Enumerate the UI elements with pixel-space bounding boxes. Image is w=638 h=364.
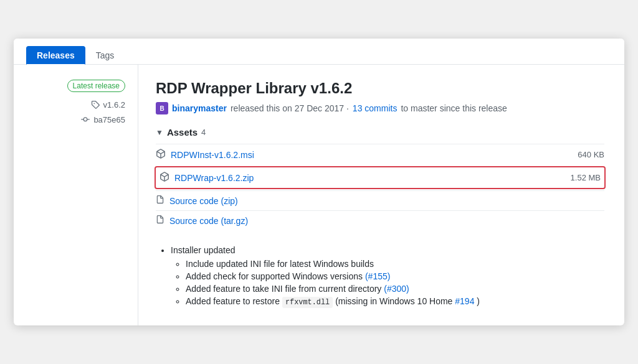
sub-note-194: Added feature to restore rfxvmt.dll (mis… (186, 296, 604, 307)
sidebar-tag: v1.6.2 (90, 100, 125, 110)
source-link-zip[interactable]: Source code (zip) (169, 196, 238, 206)
sub-note-155-text: Added check for supported Windows versio… (186, 271, 365, 281)
released-text: released this on 27 Dec 2017 · (231, 103, 349, 113)
note-text-installer: Installer updated (171, 245, 236, 255)
sub-note-155: Added check for supported Windows versio… (186, 271, 604, 281)
package-icon-zip (160, 172, 169, 184)
sub-note-300: Added feature to take INI file from curr… (186, 284, 604, 294)
asset-left: RDPWInst-v1.6.2.msi (156, 149, 254, 161)
asset-left-zip: RDPWrap-v1.6.2.zip (160, 172, 254, 184)
link-300[interactable]: (#300) (384, 284, 409, 294)
asset-size-msi: 640 KB (578, 150, 604, 159)
tab-releases[interactable]: Releases (26, 46, 85, 65)
tab-bar: Releases Tags (14, 39, 624, 65)
asset-size-zip: 1.52 MB (571, 173, 601, 182)
notes-list: Installer updated Include updated INI fi… (156, 245, 604, 307)
link-194[interactable]: #194 (455, 296, 474, 306)
assets-count: 4 (201, 128, 206, 137)
code-rfxvmt: rfxvmt.dll (282, 297, 333, 308)
source-item-zip: Source code (zip) (156, 190, 604, 210)
asset-item-zip: RDPWrap-v1.6.2.zip 1.52 MB (155, 166, 606, 189)
note-item-installer: Installer updated Include updated INI fi… (171, 245, 604, 307)
assets-section: ▼ Assets 4 RDPWInst-v1.6.2.msi 640 (156, 127, 604, 230)
release-meta: B binarymaster released this on 27 Dec 2… (156, 102, 604, 114)
source-link-targz[interactable]: Source code (tar.gz) (169, 216, 248, 226)
sub-note-194-close: ) (477, 296, 480, 306)
sub-note-ini-text: Include updated INI file for latest Wind… (186, 259, 374, 269)
sidebar-commit-hash: ba75e65 (93, 115, 125, 124)
file-icon-zip (156, 195, 164, 206)
file-icon-targz (156, 215, 164, 226)
sub-note-194-suffix: (missing in Windows 10 Home (335, 296, 455, 306)
link-155[interactable]: (#155) (365, 271, 390, 281)
commit-icon (80, 114, 90, 124)
tab-tags[interactable]: Tags (85, 46, 125, 65)
asset-item-msi: RDPWInst-v1.6.2.msi 640 KB (156, 144, 604, 165)
tag-icon (90, 100, 100, 110)
source-item-targz: Source code (tar.gz) (156, 210, 604, 230)
sub-note-194-text: Added feature to restore (186, 296, 282, 306)
sidebar-commit: ba75e65 (80, 114, 125, 124)
sub-note-300-text: Added feature to take INI file from curr… (186, 284, 384, 294)
sub-note-ini: Include updated INI file for latest Wind… (186, 259, 604, 269)
commits-suffix: to master since this release (401, 103, 507, 113)
latest-release-badge: Latest release (67, 80, 125, 92)
asset-link-zip[interactable]: RDPWrap-v1.6.2.zip (174, 173, 254, 183)
release-title: RDP Wrapper Library v1.6.2 (156, 80, 604, 97)
asset-link-msi[interactable]: RDPWInst-v1.6.2.msi (171, 150, 254, 160)
release-notes: Installer updated Include updated INI fi… (156, 245, 604, 307)
release-main: RDP Wrapper Library v1.6.2 B binarymaste… (138, 65, 624, 325)
sidebar: Latest release v1.6.2 ba75e65 (14, 65, 138, 325)
content-area: Latest release v1.6.2 ba75e65 (14, 65, 624, 325)
sidebar-version: v1.6.2 (103, 100, 125, 110)
sub-notes-list: Include updated INI file for latest Wind… (171, 259, 604, 307)
commits-link[interactable]: 13 commits (353, 103, 398, 113)
avatar: B (156, 102, 168, 114)
author-link[interactable]: binarymaster (172, 103, 227, 113)
assets-header[interactable]: ▼ Assets 4 (156, 127, 604, 138)
window: Releases Tags Latest release v1.6.2 (14, 39, 624, 325)
chevron-icon: ▼ (156, 128, 163, 137)
assets-label: Assets (167, 127, 198, 138)
package-icon (156, 149, 166, 161)
